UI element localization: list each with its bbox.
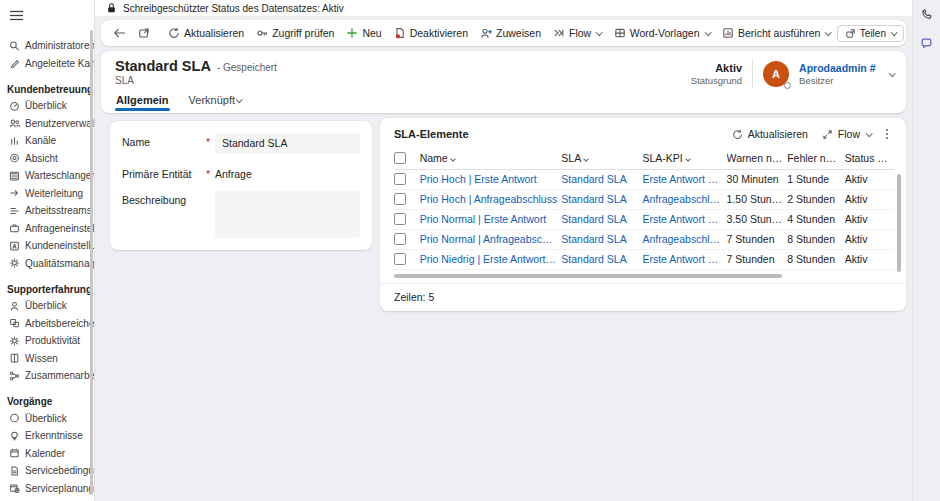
sidebar-item-absicht[interactable]: Absicht xyxy=(0,150,94,168)
cell-name-link[interactable]: Prio Hoch | Anfrageabschluss xyxy=(420,189,562,209)
subgrid-vertical-scrollbar[interactable] xyxy=(897,174,901,272)
sidebar-item-benutzerverwaltung[interactable]: Benutzerverwaltu... xyxy=(0,115,94,133)
tab-allgemein[interactable]: Allgemein xyxy=(115,91,170,111)
cell-name-link[interactable]: Prio Normal | Anfrageabschluss xyxy=(420,229,562,249)
column-header-warn-after[interactable]: Warnen n... xyxy=(727,148,788,169)
sidebar-item-kundeneinstellungen[interactable]: Kundeneinstellun... xyxy=(0,237,94,255)
tab-verknuepft[interactable]: Verknüpft xyxy=(188,91,243,111)
table-row[interactable]: Prio Hoch | Anfrageabschluss Standard SL… xyxy=(394,189,894,209)
channels-icon xyxy=(9,135,20,147)
open-in-new-window-button[interactable] xyxy=(132,24,156,42)
cell-kpi-link[interactable]: Anfrageabschluss xyxy=(642,229,726,249)
sidebar-item-kanaele[interactable]: Kanäle xyxy=(0,132,94,150)
refresh-button[interactable]: Aktualisieren xyxy=(162,24,250,42)
more-commands-icon[interactable] xyxy=(886,133,889,136)
sidebar-item-qualitaetsmanagement[interactable]: Qualitätsmanage... xyxy=(0,255,94,273)
cell-sla-link[interactable]: Standard SLA xyxy=(561,229,642,249)
cell-kpi-link[interactable]: Anfrageabschluss xyxy=(642,189,726,209)
sidebar-item-kalender[interactable]: Kalender xyxy=(0,445,94,463)
table-row[interactable]: Prio Hoch | Erste Antwort Standard SLA E… xyxy=(394,169,894,189)
cell-sla-link[interactable]: Standard SLA xyxy=(561,169,642,189)
sidebar-item-ueberblick-support[interactable]: Überblick xyxy=(0,297,94,315)
sidebar-item-weiterleitung[interactable]: Weiterleitung xyxy=(0,185,94,203)
sidebar-item-serviceplanung[interactable]: Serviceplanung xyxy=(0,480,94,498)
column-header-status[interactable]: Status (SL... xyxy=(845,148,894,169)
presence-indicator-icon xyxy=(784,82,791,89)
description-input[interactable] xyxy=(215,191,360,238)
cell-sla-link[interactable]: Standard SLA xyxy=(561,189,642,209)
flow-label: Flow xyxy=(569,27,591,39)
cell-sla-link[interactable]: Standard SLA xyxy=(561,209,642,229)
column-header-fail-after[interactable]: Fehler nach xyxy=(787,148,844,169)
subgrid-refresh-button[interactable]: Aktualisieren xyxy=(732,128,808,140)
name-input[interactable]: Standard SLA xyxy=(215,133,360,154)
back-button[interactable] xyxy=(107,24,132,42)
phone-icon[interactable] xyxy=(920,8,933,21)
cell-name-link[interactable]: Prio Normal | Erste Antwort xyxy=(420,209,562,229)
row-checkbox[interactable] xyxy=(394,233,406,245)
hamburger-menu-button[interactable] xyxy=(0,6,94,29)
select-all-checkbox[interactable] xyxy=(394,152,406,164)
sidebar-item-label: Serviceplanung xyxy=(25,483,94,494)
cell-sla-link[interactable]: Standard SLA xyxy=(561,249,642,269)
owner-link[interactable]: Aprodaadmin # xyxy=(799,62,875,74)
pen-icon xyxy=(9,57,20,69)
chevron-down-icon xyxy=(583,156,589,162)
sidebar-item-ueberblick-vorgaenge[interactable]: Überblick xyxy=(0,410,94,428)
run-report-button[interactable]: Bericht ausführen xyxy=(716,24,837,42)
avatar[interactable]: A xyxy=(763,61,789,87)
sidebar-item-ueberblick-kundenbetreuung[interactable]: Überblick xyxy=(0,97,94,115)
readonly-banner-text: Schreibgeschützter Status des Datensatze… xyxy=(123,3,344,14)
cell-name-link[interactable]: Prio Niedrig | Erste Antwort gesendet xyxy=(420,249,562,269)
cell-warn: 1.50 Stunden xyxy=(727,189,788,209)
row-checkbox[interactable] xyxy=(394,193,406,205)
sidebar-item-wissen[interactable]: Wissen xyxy=(0,350,94,368)
knowledge-book-icon xyxy=(9,352,20,364)
cell-kpi-link[interactable]: Erste Antwort gesen... xyxy=(642,209,726,229)
sidebar-item-anfrageneinstellungen[interactable]: Anfrageneinstellu... xyxy=(0,220,94,238)
column-header-sla[interactable]: SLA xyxy=(561,148,642,169)
sidebar-section-vorgaenge: Vorgänge xyxy=(0,394,94,410)
row-checkbox[interactable] xyxy=(394,213,406,225)
subgrid-flow-button[interactable]: Flow xyxy=(822,128,872,140)
sidebar-item-arbeitsstreams[interactable]: Arbeitsstreams xyxy=(0,202,94,220)
page-title: Standard SLA xyxy=(115,58,211,74)
deactivate-button[interactable]: Deaktivieren xyxy=(388,24,474,42)
share-button[interactable]: Teilen xyxy=(837,25,905,42)
cell-status: Aktiv xyxy=(845,249,894,269)
column-header-name[interactable]: Name xyxy=(420,148,562,169)
sidebar-item-arbeitsbereiche[interactable]: Arbeitsbereiche xyxy=(0,315,94,333)
new-button[interactable]: Neu xyxy=(340,24,387,42)
sidebar-item-verschiedene[interactable]: Verschiedene xyxy=(0,497,94,501)
sidebar-item-erkenntnisse[interactable]: Erkenntnisse xyxy=(0,427,94,445)
header-chevron-down-icon[interactable] xyxy=(889,70,895,76)
row-checkbox[interactable] xyxy=(394,253,406,265)
cell-kpi-link[interactable]: Erste Antwort gesen... xyxy=(642,249,726,269)
sidebar-scrollbar[interactable] xyxy=(90,30,93,495)
sidebar-item-label: Zusammenarbeit xyxy=(25,370,95,381)
sidebar-item-warteschlangen[interactable]: Warteschlangen xyxy=(0,167,94,185)
letter-a-box-icon xyxy=(9,240,20,252)
workspace-icon xyxy=(9,317,20,329)
sidebar-item-servicebedingungen[interactable]: Servicebedingung... xyxy=(0,462,94,480)
row-checkbox[interactable] xyxy=(394,173,406,185)
cell-kpi-link[interactable]: Erste Antwort gesen... xyxy=(642,169,726,189)
sidebar-item-zusammenarbeit[interactable]: Zusammenarbeit xyxy=(0,367,94,385)
subgrid-horizontal-scrollbar[interactable] xyxy=(394,274,782,278)
check-access-button[interactable]: Zugriff prüfen xyxy=(250,24,340,42)
sidebar-item-label: Wissen xyxy=(25,353,58,364)
table-row[interactable]: Prio Normal | Erste Antwort Standard SLA… xyxy=(394,209,894,229)
table-row[interactable]: Prio Niedrig | Erste Antwort gesendet St… xyxy=(394,249,894,269)
word-templates-button[interactable]: Word-Vorlagen xyxy=(608,24,716,42)
sidebar-item-administrator-settings[interactable]: Administratoreins... xyxy=(0,37,94,55)
column-header-sla-kpi[interactable]: SLA-KPI xyxy=(642,148,726,169)
subgrid-refresh-label: Aktualisieren xyxy=(748,128,808,140)
cell-warn: 30 Minuten xyxy=(727,169,788,189)
cell-name-link[interactable]: Prio Hoch | Erste Antwort xyxy=(420,169,562,189)
table-row[interactable]: Prio Normal | Anfrageabschluss Standard … xyxy=(394,229,894,249)
assign-button[interactable]: Zuweisen xyxy=(474,24,547,42)
sidebar-item-guided-channels[interactable]: Angeleitete Kanal... xyxy=(0,55,94,73)
chat-icon[interactable] xyxy=(920,37,933,50)
sidebar-item-produktivitaet[interactable]: Produktivität xyxy=(0,332,94,350)
flow-menu-button[interactable]: Flow xyxy=(547,24,608,42)
